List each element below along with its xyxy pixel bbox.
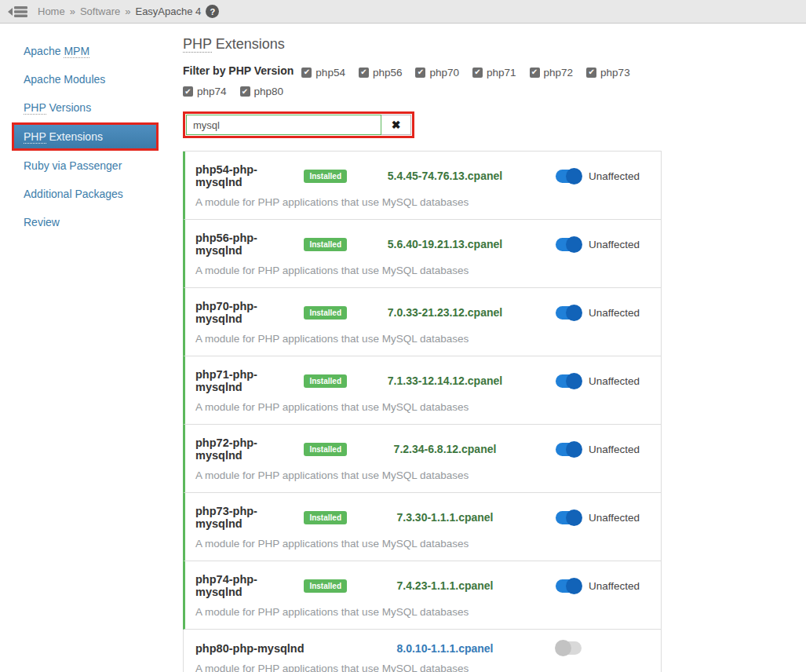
extension-list: php54-php-mysqlndInstalled 5.4.45-74.76.… bbox=[183, 151, 662, 672]
extension-toggle[interactable] bbox=[556, 579, 582, 593]
toggle-state-label: Unaffected bbox=[589, 375, 640, 387]
main-content: PHP Extensions Filter by PHP Versionphp5… bbox=[177, 24, 806, 672]
installed-badge: Installed bbox=[304, 170, 347, 183]
extension-row-php56: php56-php-mysqlndInstalled 5.6.40-19.21.… bbox=[183, 220, 661, 288]
filter-checkbox-php56[interactable]: php56 bbox=[359, 64, 403, 82]
extension-version: 7.4.23-1.1.1.cpanel bbox=[347, 579, 543, 592]
filter-checkbox-php73[interactable]: php73 bbox=[586, 64, 630, 82]
sidebar-item-additional-packages[interactable]: Additional Packages bbox=[12, 181, 159, 207]
extension-toggle[interactable] bbox=[556, 374, 582, 388]
checkbox-checked-icon bbox=[586, 68, 596, 78]
sidebar-item-php-versions[interactable]: PHP Versions bbox=[12, 94, 159, 121]
checkbox-checked-icon bbox=[530, 68, 540, 78]
filter-checkbox-php54[interactable]: php54 bbox=[301, 64, 345, 82]
topbar: Home » Software » EasyApache 4 ? bbox=[0, 0, 806, 24]
installed-badge: Installed bbox=[304, 238, 347, 251]
extension-version: 7.3.30-1.1.1.cpanel bbox=[347, 511, 543, 524]
sidebar: Apache MPM Apache Modules PHP Versions P… bbox=[0, 24, 177, 672]
checkbox-checked-icon bbox=[359, 68, 369, 78]
extension-description: A module for PHP applications that use M… bbox=[195, 265, 649, 276]
collapse-sidebar-icon[interactable] bbox=[8, 5, 28, 19]
clear-icon: ✖ bbox=[392, 119, 401, 131]
breadcrumb-easyapache4: EasyApache 4 bbox=[135, 5, 201, 17]
clear-search-button[interactable]: ✖ bbox=[381, 115, 411, 135]
installed-badge: Installed bbox=[304, 306, 347, 320]
toggle-knob bbox=[566, 509, 582, 526]
toggle-state-label: Unaffected bbox=[589, 512, 640, 524]
filter-checkbox-php80[interactable]: php80 bbox=[240, 82, 284, 100]
sidebar-item-ruby-via-passenger[interactable]: Ruby via Passenger bbox=[12, 152, 159, 179]
extension-name: php73-php-mysqlnd bbox=[195, 505, 297, 530]
extension-description: A module for PHP applications that use M… bbox=[195, 469, 649, 481]
breadcrumb-home[interactable]: Home bbox=[38, 5, 65, 17]
filter-checkbox-php72[interactable]: php72 bbox=[530, 64, 574, 82]
toggle-state-label: Unaffected bbox=[589, 307, 640, 319]
extension-row-php73: php73-php-mysqlndInstalled 7.3.30-1.1.1.… bbox=[183, 493, 661, 561]
extension-row-php80: php80-php-mysqlnd 8.0.10-1.1.1.cpanel A … bbox=[183, 630, 661, 672]
filter-label: Filter by PHP Version bbox=[183, 64, 294, 77]
extension-row-php72: php72-php-mysqlndInstalled 7.2.34-6.8.12… bbox=[183, 425, 661, 493]
extension-toggle[interactable] bbox=[556, 238, 582, 251]
extension-name: php71-php-mysqlnd bbox=[195, 368, 297, 393]
installed-badge: Installed bbox=[304, 579, 347, 593]
extension-row-php74: php74-php-mysqlndInstalled 7.4.23-1.1.1.… bbox=[183, 561, 661, 630]
extension-toggle[interactable] bbox=[556, 443, 582, 456]
toggle-knob bbox=[566, 441, 582, 458]
extension-description: A module for PHP applications that use M… bbox=[195, 333, 649, 345]
sidebar-item-apache-mpm[interactable]: Apache MPM bbox=[12, 38, 159, 64]
extension-version: 7.0.33-21.23.12.cpanel bbox=[347, 306, 543, 319]
filter-checkbox-php74[interactable]: php74 bbox=[183, 82, 227, 100]
checkbox-checked-icon bbox=[472, 68, 483, 78]
installed-badge: Installed bbox=[304, 511, 347, 524]
sidebar-item-php-extensions[interactable]: PHP Extensions bbox=[12, 122, 159, 151]
search-annotation-box: ✖ bbox=[183, 111, 414, 138]
extension-row-php54: php54-php-mysqlndInstalled 5.4.45-74.76.… bbox=[183, 152, 661, 220]
extension-version: 8.0.10-1.1.1.cpanel bbox=[347, 642, 543, 655]
extension-description: A module for PHP applications that use M… bbox=[195, 196, 649, 208]
toggle-state-label: Unaffected bbox=[589, 239, 640, 250]
toggle-knob bbox=[566, 578, 582, 594]
extension-name: php80-php-mysqlnd bbox=[195, 642, 305, 655]
extension-toggle[interactable] bbox=[556, 511, 582, 524]
extension-name: php54-php-mysqlnd bbox=[195, 163, 297, 188]
breadcrumb-separator: » bbox=[70, 5, 75, 17]
checkbox-checked-icon bbox=[415, 68, 425, 78]
sidebar-item-review[interactable]: Review bbox=[12, 209, 159, 236]
extension-version: 7.2.34-6.8.12.cpanel bbox=[347, 443, 543, 455]
extension-row-php70: php70-php-mysqlndInstalled 7.0.33-21.23.… bbox=[183, 288, 661, 356]
extension-toggle[interactable] bbox=[556, 170, 582, 183]
extension-toggle[interactable] bbox=[556, 306, 582, 320]
search-input[interactable] bbox=[186, 115, 381, 135]
checkbox-checked-icon bbox=[183, 86, 193, 97]
extension-name: php74-php-mysqlnd bbox=[195, 573, 297, 598]
toggle-knob bbox=[566, 168, 582, 184]
extension-description: A module for PHP applications that use M… bbox=[195, 401, 649, 413]
toggle-state-label: Unaffected bbox=[589, 170, 640, 182]
toggle-knob bbox=[555, 640, 571, 656]
extension-name: php70-php-mysqlnd bbox=[195, 300, 297, 325]
extension-version: 5.4.45-74.76.13.cpanel bbox=[347, 170, 543, 182]
toggle-state-label: Unaffected bbox=[589, 580, 640, 592]
checkbox-checked-icon bbox=[240, 86, 250, 97]
toggle-knob bbox=[566, 373, 582, 389]
extension-version: 5.6.40-19.21.13.cpanel bbox=[347, 238, 543, 250]
extension-description: A module for PHP applications that use M… bbox=[195, 663, 649, 672]
extension-version: 7.1.33-12.14.12.cpanel bbox=[347, 374, 543, 387]
checkbox-checked-icon bbox=[301, 68, 312, 78]
toggle-knob bbox=[566, 305, 582, 321]
extension-toggle[interactable] bbox=[556, 641, 582, 655]
filter-checkbox-php70[interactable]: php70 bbox=[415, 64, 459, 82]
extension-description: A module for PHP applications that use M… bbox=[195, 606, 649, 618]
extension-name: php72-php-mysqlnd bbox=[195, 436, 297, 462]
page-title: PHP Extensions bbox=[183, 36, 806, 53]
extension-row-php71: php71-php-mysqlndInstalled 7.1.33-12.14.… bbox=[183, 356, 661, 425]
extension-description: A module for PHP applications that use M… bbox=[195, 538, 649, 550]
help-icon[interactable]: ? bbox=[206, 5, 219, 18]
toggle-knob bbox=[566, 236, 582, 253]
breadcrumb: Home » Software » EasyApache 4 ? bbox=[38, 5, 219, 18]
sidebar-item-apache-modules[interactable]: Apache Modules bbox=[12, 66, 159, 93]
toggle-state-label: Unaffected bbox=[589, 444, 640, 455]
php-version-filter: Filter by PHP Versionphp54php56php70php7… bbox=[183, 62, 668, 100]
filter-checkbox-php71[interactable]: php71 bbox=[472, 64, 516, 82]
breadcrumb-software[interactable]: Software bbox=[80, 5, 120, 17]
